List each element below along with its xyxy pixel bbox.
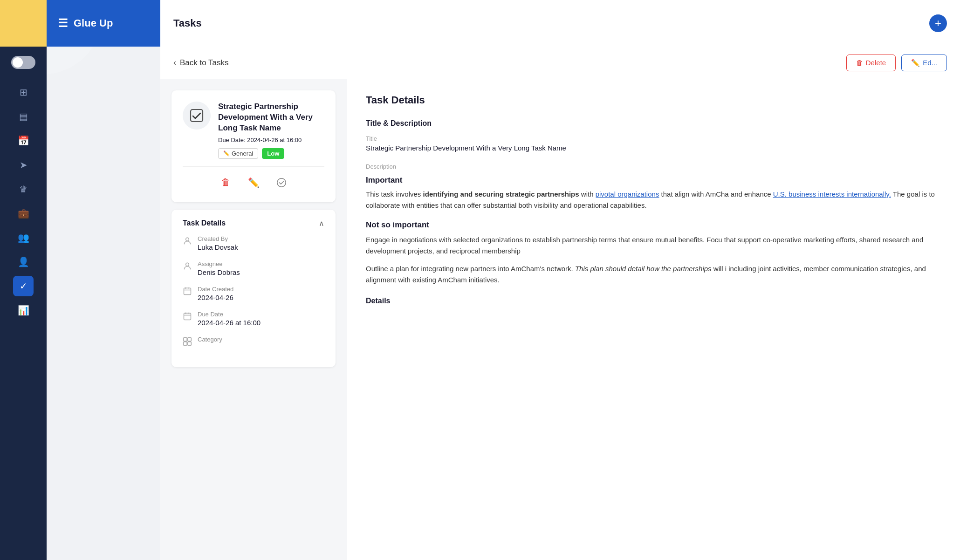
card-complete-button[interactable]: [273, 174, 290, 191]
person-icon[interactable]: 👤: [13, 252, 34, 272]
brand-name: Glue Up: [74, 17, 113, 29]
back-label: Back to Tasks: [180, 58, 229, 68]
category-info: Category: [198, 336, 222, 343]
send-icon[interactable]: ➤: [13, 155, 34, 175]
svg-rect-4: [184, 288, 191, 294]
header-actions: 🗑 Delete ✏️ Ed...: [846, 55, 947, 71]
us-business-link[interactable]: U.S. business interests internationally.: [773, 190, 891, 198]
desc-paragraph2: Engage in negotiations with selected org…: [366, 234, 941, 257]
svg-point-2: [186, 238, 189, 241]
title-field-value: Strategic Partnership Development With a…: [366, 144, 941, 152]
task-due: Due Date: 2024-04-26 at 16:00: [218, 137, 324, 143]
collapse-button[interactable]: ∧: [319, 219, 324, 228]
task-card-actions: 🗑 ✏️: [183, 174, 324, 191]
card-edit-button[interactable]: ✏️: [245, 174, 262, 191]
checkmark-box-icon: [189, 108, 204, 123]
category-row: Category: [183, 336, 324, 348]
check-circle-icon[interactable]: ✓: [13, 276, 34, 296]
priority-tag: Low: [262, 148, 284, 159]
table-icon[interactable]: ▤: [13, 106, 34, 127]
title-description-section: Title & Description: [366, 119, 941, 128]
general-tag: ✏️ General: [218, 148, 258, 159]
right-panel-title: Task Details: [366, 94, 941, 106]
pencil-icon: ✏️: [911, 59, 920, 67]
due-date-info: Due Date 2024-04-26 at 16:00: [198, 311, 261, 327]
svg-rect-15: [188, 342, 192, 346]
delete-button[interactable]: 🗑 Delete: [846, 55, 896, 71]
panels-area: Strategic Partnership Development With a…: [160, 79, 960, 560]
chart-icon[interactable]: 📊: [13, 300, 34, 321]
brand-area: ☰ Glue Up: [47, 0, 160, 47]
task-info: Strategic Partnership Development With a…: [218, 102, 324, 159]
date-created-value: 2024-04-26: [198, 294, 233, 301]
svg-point-1: [277, 178, 286, 187]
task-details-section: Task Details ∧ Created By Luka Dovsak: [171, 210, 336, 367]
task-card-header: Strategic Partnership Development With a…: [183, 102, 324, 159]
desc-paragraph1: This task involves identifying and secur…: [366, 189, 941, 211]
category-label: Category: [198, 336, 222, 343]
card-divider: [183, 166, 324, 167]
due-date-row: Due Date 2024-04-26 at 16:00: [183, 311, 324, 327]
group-icon[interactable]: 👥: [13, 227, 34, 248]
assignee-value: Denis Dobras: [198, 268, 240, 276]
tag-edit-icon: ✏️: [223, 150, 230, 157]
svg-rect-12: [184, 337, 187, 341]
created-by-value: Luka Dovsak: [198, 243, 238, 251]
card-delete-button[interactable]: 🗑: [217, 174, 234, 191]
left-panel: Strategic Partnership Development With a…: [160, 79, 347, 560]
details-section-label: Details: [366, 297, 941, 305]
right-panel: Task Details Title & Description Title S…: [347, 79, 960, 560]
crown-icon[interactable]: ♛: [13, 179, 34, 199]
svg-rect-13: [188, 337, 192, 341]
assignee-person-icon: [183, 261, 192, 273]
add-button[interactable]: +: [929, 14, 947, 32]
date-created-label: Date Created: [198, 286, 233, 293]
svg-rect-8: [184, 313, 191, 320]
calendar-due-icon: [183, 312, 192, 323]
due-date-label: Due Date: [198, 311, 261, 318]
navbar: ☰ Glue Up Tasks +: [47, 0, 960, 47]
sidebar-toggle[interactable]: [11, 56, 35, 69]
title-field-label: Title: [366, 135, 941, 142]
category-icon: [183, 337, 192, 348]
edit-button[interactable]: ✏️ Ed...: [901, 55, 947, 71]
task-card: Strategic Partnership Development With a…: [171, 90, 336, 202]
created-by-row: Created By Luka Dovsak: [183, 235, 324, 251]
sub-header: ‹ Back to Tasks 🗑 Delete ✏️ Ed...: [160, 47, 960, 79]
assignee-row: Assignee Denis Dobras: [183, 260, 324, 276]
description-field-label: Description: [366, 163, 941, 170]
assignee-label: Assignee: [198, 260, 240, 267]
page-title: Tasks: [173, 17, 202, 29]
pivotal-orgs-link[interactable]: pivotal organizations: [596, 190, 659, 198]
svg-rect-0: [191, 109, 203, 122]
svg-rect-14: [184, 342, 187, 346]
calendar-icon[interactable]: 📅: [13, 130, 34, 151]
back-arrow-icon: ‹: [173, 58, 176, 68]
task-title: Strategic Partnership Development With a…: [218, 102, 324, 134]
back-to-tasks-button[interactable]: ‹ Back to Tasks: [173, 58, 229, 68]
details-section-title: Task Details: [183, 219, 226, 227]
main-content: ‹ Back to Tasks 🗑 Delete ✏️ Ed...: [160, 47, 960, 560]
trash-icon: 🗑: [856, 59, 863, 67]
grid-icon[interactable]: ⊞: [13, 82, 34, 102]
page-title-area: Tasks +: [160, 0, 960, 47]
sidebar: ⊞▤📅➤♛💼👥👤✓📊: [0, 47, 47, 560]
svg-point-3: [186, 263, 189, 266]
date-created-info: Date Created 2024-04-26: [198, 286, 233, 301]
description-field-group: Description Important This task involves…: [366, 163, 941, 305]
person-icon: [183, 236, 192, 248]
created-by-label: Created By: [198, 235, 238, 242]
details-section-header: Task Details ∧: [183, 219, 324, 228]
due-date-value: 2024-04-26 at 16:00: [198, 319, 261, 327]
briefcase-icon[interactable]: 💼: [13, 203, 34, 224]
task-tags: ✏️ General Low: [218, 148, 324, 159]
title-field-group: Title Strategic Partnership Development …: [366, 135, 941, 152]
assignee-info: Assignee Denis Dobras: [198, 260, 240, 276]
task-icon: [183, 102, 211, 130]
date-created-row: Date Created 2024-04-26: [183, 286, 324, 301]
desc-paragraph3: Outline a plan for integrating new partn…: [366, 263, 941, 286]
desc-heading1: Important: [366, 176, 941, 185]
desc-heading2: Not so important: [366, 220, 941, 230]
created-by-info: Created By Luka Dovsak: [198, 235, 238, 251]
hamburger-icon[interactable]: ☰: [58, 17, 68, 30]
